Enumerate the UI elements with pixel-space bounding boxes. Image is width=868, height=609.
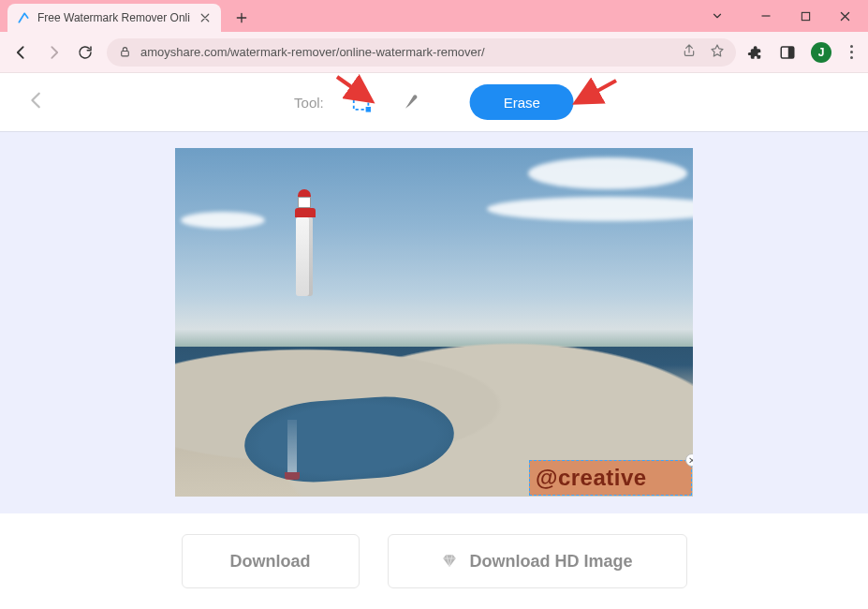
svg-line-8 bbox=[579, 81, 616, 101]
browser-menu-icon[interactable] bbox=[846, 41, 857, 63]
extensions-row: J bbox=[747, 41, 857, 63]
window-controls bbox=[711, 0, 868, 26]
svg-rect-1 bbox=[121, 51, 128, 55]
image-canvas[interactable]: @creative ✕ bbox=[175, 148, 693, 497]
svg-rect-5 bbox=[352, 93, 357, 97]
window-close-icon[interactable] bbox=[838, 9, 851, 22]
new-tab-button[interactable] bbox=[228, 5, 255, 31]
side-panel-icon[interactable] bbox=[779, 44, 796, 61]
nav-reload-icon[interactable] bbox=[75, 42, 96, 63]
browser-toolbar: amoyshare.com/watermark-remover/online-w… bbox=[0, 32, 868, 73]
lighthouse-image-feature bbox=[295, 189, 314, 292]
tab-search-icon[interactable] bbox=[711, 9, 724, 22]
bookmark-star-icon[interactable] bbox=[710, 43, 725, 61]
window-minimize-icon[interactable] bbox=[759, 9, 772, 22]
app-toolbar: Tool: Erase bbox=[0, 73, 868, 131]
svg-rect-6 bbox=[366, 108, 371, 112]
nav-forward-icon[interactable] bbox=[43, 42, 64, 63]
diamond-icon bbox=[441, 553, 458, 570]
app-back-button[interactable] bbox=[26, 90, 47, 114]
download-hd-button[interactable]: Download HD Image bbox=[388, 534, 687, 588]
url-text: amoyshare.com/watermark-remover/online-w… bbox=[140, 45, 672, 59]
omnibox-actions bbox=[682, 43, 725, 61]
svg-rect-3 bbox=[788, 47, 794, 58]
tab-close-icon[interactable] bbox=[199, 11, 212, 24]
tool-group: Tool: Erase bbox=[294, 84, 574, 120]
tab-title: Free Watermark Remover Onli bbox=[37, 11, 191, 24]
extensions-icon[interactable] bbox=[747, 44, 764, 61]
nav-back-icon[interactable] bbox=[11, 42, 32, 63]
address-bar[interactable]: amoyshare.com/watermark-remover/online-w… bbox=[107, 38, 736, 67]
select-rectangle-tool-icon[interactable] bbox=[348, 89, 375, 115]
download-actions: Download Download HD Image bbox=[0, 513, 868, 609]
svg-rect-0 bbox=[802, 12, 809, 20]
tool-static-label: Tool: bbox=[294, 95, 324, 111]
window-maximize-icon[interactable] bbox=[799, 9, 812, 22]
watermark-selection[interactable]: @creative ✕ bbox=[529, 460, 692, 496]
profile-avatar[interactable]: J bbox=[811, 42, 831, 63]
editor-stage: @creative ✕ bbox=[0, 131, 868, 513]
erase-button-label: Erase bbox=[504, 95, 540, 111]
download-button[interactable]: Download bbox=[182, 534, 360, 588]
watermark-text: @creative bbox=[536, 465, 647, 491]
download-hd-button-label: Download HD Image bbox=[469, 552, 632, 572]
browser-titlebar: Free Watermark Remover Onli bbox=[0, 0, 868, 32]
download-button-label: Download bbox=[230, 552, 311, 572]
annotation-arrow-right bbox=[569, 75, 622, 112]
brush-tool-icon[interactable] bbox=[399, 89, 425, 115]
erase-button[interactable]: Erase bbox=[470, 84, 574, 120]
selection-close-icon[interactable]: ✕ bbox=[685, 453, 693, 467]
lock-icon bbox=[118, 46, 131, 59]
share-icon[interactable] bbox=[682, 43, 697, 61]
browser-tab-active[interactable]: Free Watermark Remover Onli bbox=[7, 4, 221, 32]
tab-favicon bbox=[17, 11, 30, 24]
